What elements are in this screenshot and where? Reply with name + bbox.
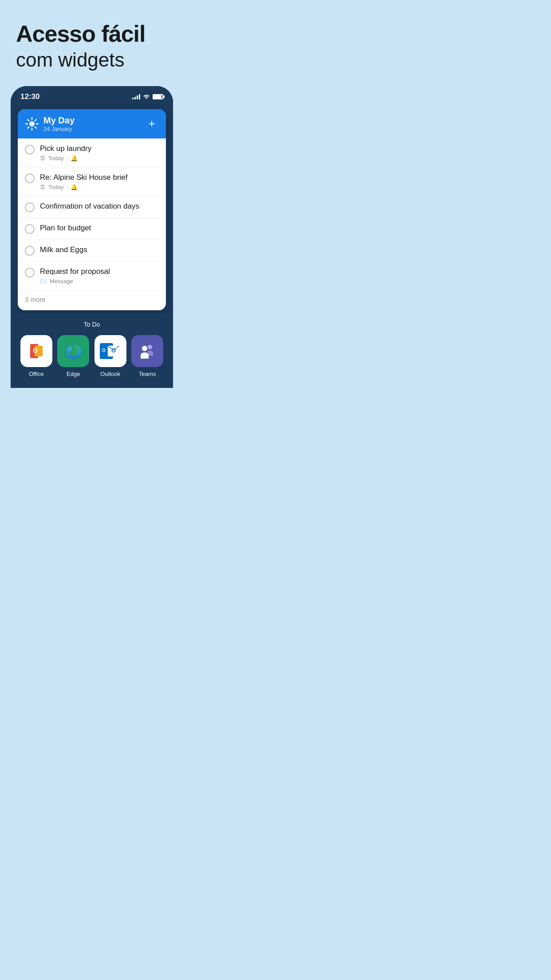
task-source: Message — [50, 278, 73, 285]
task-item[interactable]: Re: Alpine Ski House brief 🗓 Today · 🔔 — [18, 167, 166, 196]
bell-icon: 🔔 — [71, 155, 78, 162]
wifi-icon — [143, 93, 150, 100]
outlook-icon: O O — [94, 335, 126, 367]
sun-icon — [25, 117, 39, 131]
office-icon: O — [20, 335, 52, 367]
task-title: Milk and Eggs — [40, 245, 159, 255]
svg-text:O: O — [33, 347, 38, 354]
teams-icon — [131, 335, 163, 367]
svg-line-7 — [35, 119, 36, 121]
svg-point-18 — [142, 346, 147, 351]
hero-subtitle: com widgets — [16, 48, 168, 72]
bullet: · — [67, 155, 68, 162]
edge-label: Edge — [67, 371, 80, 377]
office-app[interactable]: O Office — [20, 335, 52, 377]
message-icon: ✉️ — [40, 278, 47, 285]
widget-date: 24 January — [43, 126, 75, 132]
task-due: Today — [48, 184, 64, 190]
task-item[interactable]: Request for proposal ✉️ Message — [18, 261, 166, 290]
edge-icon — [57, 335, 89, 367]
task-checkbox[interactable] — [25, 174, 35, 183]
outlook-app[interactable]: O O Outlook — [94, 335, 126, 377]
page-wrapper: Acesso fácil com widgets 12:30 — [0, 0, 184, 388]
office-label: Office — [29, 371, 44, 377]
svg-line-6 — [35, 127, 36, 128]
teams-app[interactable]: Teams — [131, 335, 163, 377]
task-item[interactable]: Confirmation of vacation days — [18, 196, 166, 218]
hero-section: Acesso fácil com widgets — [0, 0, 184, 86]
task-title: Re: Alpine Ski House brief — [40, 173, 159, 182]
task-title: Plan for budget — [40, 223, 159, 233]
battery-icon — [153, 94, 163, 99]
outlook-label: Outlook — [100, 371, 120, 377]
task-due: Today — [48, 155, 64, 162]
svg-point-0 — [29, 121, 35, 126]
widget-header: My Day 24 January + — [18, 109, 166, 138]
task-meta: 🗓 Today · 🔔 — [40, 155, 159, 162]
task-item[interactable]: Milk and Eggs — [18, 240, 166, 261]
task-title: Request for proposal — [40, 267, 159, 277]
status-bar: 12:30 — [11, 86, 173, 106]
add-task-button[interactable]: + — [145, 117, 159, 131]
task-checkbox[interactable] — [25, 246, 35, 256]
bullet: · — [67, 184, 68, 190]
status-time: 12:30 — [20, 92, 39, 101]
task-list: Pick up laundry 🗓 Today · 🔔 Re: Alpine S… — [18, 138, 166, 310]
task-checkbox[interactable] — [25, 145, 35, 154]
todo-widget: My Day 24 January + Pick up laundry 🗓 To… — [18, 109, 166, 310]
widget-title: My Day — [43, 115, 75, 126]
task-checkbox[interactable] — [25, 202, 35, 212]
task-title: Confirmation of vacation days — [40, 202, 159, 211]
signal-icon — [132, 94, 140, 99]
task-meta: ✉️ Message — [40, 278, 159, 285]
status-icons — [132, 93, 163, 100]
svg-point-17 — [148, 345, 152, 349]
hero-title: Acesso fácil — [16, 21, 168, 47]
task-item[interactable]: Pick up laundry 🗓 Today · 🔔 — [18, 138, 166, 167]
task-item[interactable]: Plan for budget — [18, 218, 166, 240]
edge-app[interactable]: Edge — [57, 335, 89, 377]
task-meta: 🗓 Today · 🔔 — [40, 184, 159, 190]
svg-text:O: O — [102, 348, 106, 353]
app-dock: O Office — [18, 335, 166, 388]
task-checkbox[interactable] — [25, 268, 35, 277]
todo-label: To Do — [18, 321, 166, 328]
task-title: Pick up laundry — [40, 144, 159, 154]
phone-mockup: 12:30 — [11, 86, 173, 388]
teams-label: Teams — [139, 371, 156, 377]
more-tasks[interactable]: 3 more — [18, 290, 166, 310]
calendar-icon: 🗓 — [40, 184, 46, 190]
svg-line-5 — [28, 119, 29, 121]
bell-icon: 🔔 — [71, 184, 78, 190]
calendar-icon: 🗓 — [40, 155, 46, 162]
task-checkbox[interactable] — [25, 224, 35, 234]
dock-area: To Do — [11, 314, 173, 388]
svg-line-8 — [28, 127, 29, 128]
